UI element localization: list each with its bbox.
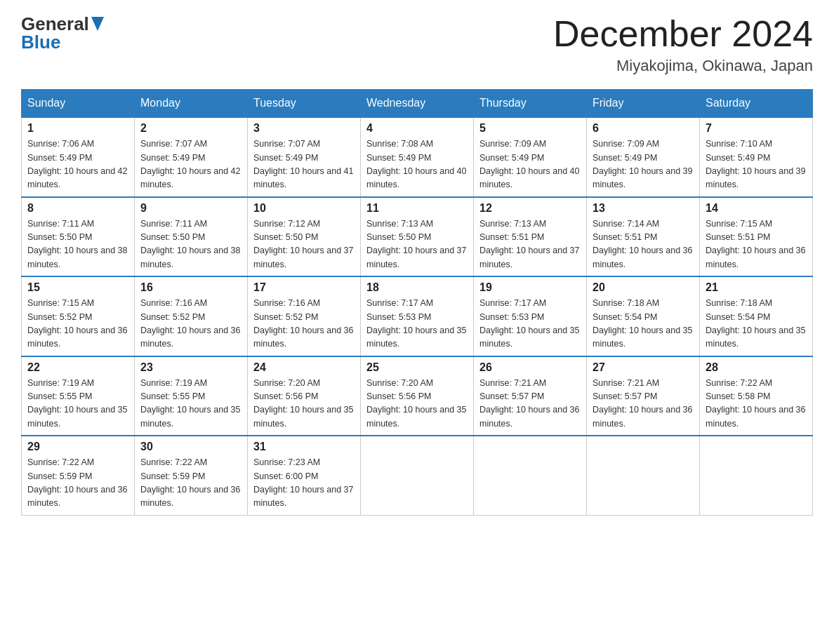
day-number: 6 [593,122,694,135]
title-section: December 2024 Miyakojima, Okinawa, Japan [553,14,813,75]
day-number: 13 [593,202,694,215]
header-wednesday: Wednesday [361,90,474,118]
day-number: 17 [253,281,355,294]
header-monday: Monday [135,90,248,118]
day-number: 8 [27,202,128,215]
day-number: 2 [140,122,241,135]
calendar-day-cell: 30 Sunrise: 7:22 AM Sunset: 5:59 PM Dayl… [135,436,248,515]
day-number: 5 [479,122,581,135]
day-number: 19 [479,281,581,294]
logo-triangle-icon [91,17,104,34]
day-number: 25 [366,361,468,374]
day-info: Sunrise: 7:11 AM Sunset: 5:50 PM Dayligh… [140,217,241,272]
calendar-day-cell: 21 Sunrise: 7:18 AM Sunset: 5:54 PM Dayl… [700,276,813,356]
day-info: Sunrise: 7:23 AM Sunset: 6:00 PM Dayligh… [253,456,355,511]
day-number: 31 [253,441,355,453]
day-number: 14 [706,202,807,215]
day-number: 27 [593,361,694,374]
svg-marker-0 [91,17,104,31]
day-number: 12 [479,202,581,215]
calendar-week-row: 8 Sunrise: 7:11 AM Sunset: 5:50 PM Dayli… [22,197,813,277]
calendar-day-cell: 15 Sunrise: 7:15 AM Sunset: 5:52 PM Dayl… [22,276,135,356]
calendar-day-cell: 26 Sunrise: 7:21 AM Sunset: 5:57 PM Dayl… [474,356,587,436]
day-info: Sunrise: 7:06 AM Sunset: 5:49 PM Dayligh… [27,137,128,192]
location-subtitle: Miyakojima, Okinawa, Japan [553,57,813,75]
calendar-day-cell: 25 Sunrise: 7:20 AM Sunset: 5:56 PM Dayl… [361,356,474,436]
calendar-day-cell: 2 Sunrise: 7:07 AM Sunset: 5:49 PM Dayli… [135,117,248,197]
day-info: Sunrise: 7:19 AM Sunset: 5:55 PM Dayligh… [27,377,128,431]
day-info: Sunrise: 7:17 AM Sunset: 5:53 PM Dayligh… [366,297,468,351]
day-info: Sunrise: 7:09 AM Sunset: 5:49 PM Dayligh… [479,137,581,192]
day-info: Sunrise: 7:20 AM Sunset: 5:56 PM Dayligh… [366,377,468,431]
day-number: 3 [253,122,355,135]
calendar-day-cell: 1 Sunrise: 7:06 AM Sunset: 5:49 PM Dayli… [22,117,135,197]
day-number: 10 [253,202,355,215]
header-tuesday: Tuesday [248,90,361,118]
page-header: General Blue December 2024 Miyakojima, O… [21,14,813,75]
day-info: Sunrise: 7:10 AM Sunset: 5:49 PM Dayligh… [706,137,807,192]
calendar-day-cell: 20 Sunrise: 7:18 AM Sunset: 5:54 PM Dayl… [587,276,700,356]
calendar-day-cell: 17 Sunrise: 7:16 AM Sunset: 5:52 PM Dayl… [248,276,361,356]
day-info: Sunrise: 7:19 AM Sunset: 5:55 PM Dayligh… [140,377,241,431]
day-info: Sunrise: 7:20 AM Sunset: 5:56 PM Dayligh… [253,377,355,431]
day-number: 16 [140,281,241,294]
calendar-day-cell: 7 Sunrise: 7:10 AM Sunset: 5:49 PM Dayli… [700,117,813,197]
calendar-day-cell: 4 Sunrise: 7:08 AM Sunset: 5:49 PM Dayli… [361,117,474,197]
calendar-day-cell: 12 Sunrise: 7:13 AM Sunset: 5:51 PM Dayl… [474,197,587,277]
day-info: Sunrise: 7:13 AM Sunset: 5:51 PM Dayligh… [479,217,581,272]
calendar-day-cell [587,436,700,515]
day-info: Sunrise: 7:17 AM Sunset: 5:53 PM Dayligh… [479,297,581,351]
header-sunday: Sunday [22,90,135,118]
header-thursday: Thursday [474,90,587,118]
day-number: 24 [253,361,355,374]
calendar-day-cell: 18 Sunrise: 7:17 AM Sunset: 5:53 PM Dayl… [361,276,474,356]
day-number: 26 [479,361,581,374]
calendar-day-cell: 27 Sunrise: 7:21 AM Sunset: 5:57 PM Dayl… [587,356,700,436]
calendar-day-cell: 9 Sunrise: 7:11 AM Sunset: 5:50 PM Dayli… [135,197,248,277]
day-number: 28 [706,361,807,374]
calendar-header-row: Sunday Monday Tuesday Wednesday Thursday… [22,90,813,118]
day-number: 9 [140,202,241,215]
day-number: 22 [27,361,128,374]
day-info: Sunrise: 7:09 AM Sunset: 5:49 PM Dayligh… [593,137,694,192]
day-number: 29 [27,441,128,453]
month-title: December 2024 [553,14,813,54]
day-number: 18 [366,281,468,294]
day-info: Sunrise: 7:21 AM Sunset: 5:57 PM Dayligh… [593,377,694,431]
calendar-day-cell: 8 Sunrise: 7:11 AM Sunset: 5:50 PM Dayli… [22,197,135,277]
calendar-day-cell: 16 Sunrise: 7:16 AM Sunset: 5:52 PM Dayl… [135,276,248,356]
calendar-week-row: 29 Sunrise: 7:22 AM Sunset: 5:59 PM Dayl… [22,436,813,515]
day-info: Sunrise: 7:08 AM Sunset: 5:49 PM Dayligh… [366,137,468,192]
calendar-day-cell: 11 Sunrise: 7:13 AM Sunset: 5:50 PM Dayl… [361,197,474,277]
calendar-day-cell: 23 Sunrise: 7:19 AM Sunset: 5:55 PM Dayl… [135,356,248,436]
day-info: Sunrise: 7:16 AM Sunset: 5:52 PM Dayligh… [253,297,355,351]
calendar-week-row: 22 Sunrise: 7:19 AM Sunset: 5:55 PM Dayl… [22,356,813,436]
day-number: 4 [366,122,468,135]
day-number: 21 [706,281,807,294]
calendar-day-cell: 13 Sunrise: 7:14 AM Sunset: 5:51 PM Dayl… [587,197,700,277]
calendar-day-cell [700,436,813,515]
logo-blue-text: Blue [21,32,104,53]
day-info: Sunrise: 7:13 AM Sunset: 5:50 PM Dayligh… [366,217,468,272]
calendar-day-cell: 3 Sunrise: 7:07 AM Sunset: 5:49 PM Dayli… [248,117,361,197]
day-number: 30 [140,441,241,453]
day-info: Sunrise: 7:22 AM Sunset: 5:59 PM Dayligh… [140,456,241,511]
logo: General Blue [21,14,104,53]
calendar-table: Sunday Monday Tuesday Wednesday Thursday… [21,89,813,516]
calendar-day-cell: 24 Sunrise: 7:20 AM Sunset: 5:56 PM Dayl… [248,356,361,436]
day-info: Sunrise: 7:07 AM Sunset: 5:49 PM Dayligh… [140,137,241,192]
calendar-day-cell: 31 Sunrise: 7:23 AM Sunset: 6:00 PM Dayl… [248,436,361,515]
day-info: Sunrise: 7:21 AM Sunset: 5:57 PM Dayligh… [479,377,581,431]
day-info: Sunrise: 7:18 AM Sunset: 5:54 PM Dayligh… [593,297,694,351]
header-saturday: Saturday [700,90,813,118]
calendar-day-cell: 5 Sunrise: 7:09 AM Sunset: 5:49 PM Dayli… [474,117,587,197]
day-number: 1 [27,122,128,135]
calendar-day-cell [474,436,587,515]
day-info: Sunrise: 7:16 AM Sunset: 5:52 PM Dayligh… [140,297,241,351]
calendar-day-cell: 22 Sunrise: 7:19 AM Sunset: 5:55 PM Dayl… [22,356,135,436]
day-number: 11 [366,202,468,215]
calendar-day-cell: 28 Sunrise: 7:22 AM Sunset: 5:58 PM Dayl… [700,356,813,436]
day-info: Sunrise: 7:11 AM Sunset: 5:50 PM Dayligh… [27,217,128,272]
calendar-day-cell: 6 Sunrise: 7:09 AM Sunset: 5:49 PM Dayli… [587,117,700,197]
day-info: Sunrise: 7:12 AM Sunset: 5:50 PM Dayligh… [253,217,355,272]
